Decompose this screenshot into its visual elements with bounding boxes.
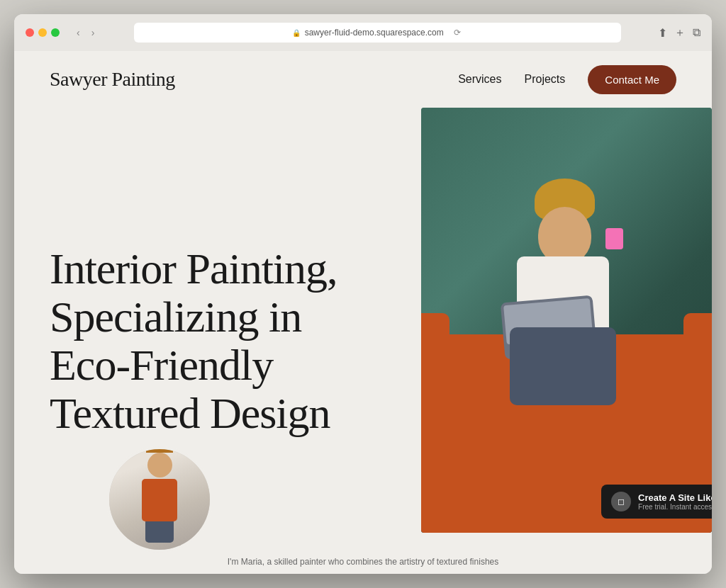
hero-section: Interior Painting, Specializing in Eco-F… [14, 108, 712, 574]
nav-link-projects[interactable]: Projects [525, 73, 566, 86]
squarespace-badge[interactable]: ◻ Create A Site Like This Free trial. In… [601, 485, 712, 519]
website-content: Sawyer Painting Services Projects Contac… [14, 51, 712, 574]
browser-window: ‹ › 🔒 sawyer-fluid-demo.squarespace.com … [14, 14, 712, 574]
person-head [538, 207, 591, 264]
badge-main-text: Create A Site Like This [638, 492, 712, 503]
painter-circle-bg [109, 449, 210, 550]
address-bar[interactable]: 🔒 sawyer-fluid-demo.squarespace.com ⟳ [134, 23, 621, 43]
hero-caption: I'm Maria, a skilled painter who combine… [228, 557, 498, 567]
traffic-lights [26, 28, 60, 37]
squarespace-logo-icon: ◻ [611, 492, 631, 511]
painter-body [142, 479, 177, 521]
painter-circle-image [106, 446, 213, 553]
browser-nav-buttons: ‹ › [74, 26, 97, 40]
ss-logo-symbol: ◻ [618, 497, 625, 507]
back-button[interactable]: ‹ [74, 26, 83, 40]
browser-actions: ⬆ ＋ ⧉ [658, 26, 700, 40]
painter-head [147, 453, 172, 477]
forward-button[interactable]: › [89, 26, 98, 40]
squarespace-badge-text: Create A Site Like This Free trial. Inst… [638, 492, 712, 511]
hero-image-bg [421, 108, 712, 533]
tabs-button[interactable]: ⧉ [693, 26, 700, 40]
couch-arm-left [421, 313, 449, 384]
site-nav: Sawyer Painting Services Projects Contac… [14, 51, 712, 108]
painter-figure [142, 449, 177, 543]
new-tab-button[interactable]: ＋ [674, 26, 686, 40]
painter-legs [145, 521, 174, 543]
contact-button[interactable]: Contact Me [588, 65, 676, 94]
share-button[interactable]: ⬆ [658, 26, 667, 40]
painter-hair [146, 446, 173, 453]
nav-link-services[interactable]: Services [458, 73, 501, 86]
person-legs [510, 327, 616, 405]
hero-left: Interior Painting, Specializing in Eco-F… [50, 108, 393, 574]
nav-right: Services Projects Contact Me [458, 65, 676, 94]
maximize-button[interactable] [51, 28, 60, 37]
site-logo[interactable]: Sawyer Painting [50, 68, 175, 91]
reload-button[interactable]: ⟳ [451, 26, 464, 39]
browser-chrome: ‹ › 🔒 sawyer-fluid-demo.squarespace.com … [14, 14, 712, 51]
lock-icon: 🔒 [292, 29, 301, 37]
minimize-button[interactable] [38, 28, 47, 37]
person-figure [496, 221, 637, 448]
hero-heading: Interior Painting, Specializing in Eco-F… [50, 244, 376, 438]
couch-arm-right [683, 313, 712, 384]
url-text: sawyer-fluid-demo.squarespace.com [305, 28, 444, 38]
hero-main-image: ◻ Create A Site Like This Free trial. In… [421, 108, 712, 533]
hero-right: ◻ Create A Site Like This Free trial. In… [393, 108, 676, 574]
close-button[interactable] [26, 28, 34, 37]
item-held [605, 228, 623, 249]
badge-sub-text: Free trial. Instant access. [638, 503, 712, 511]
